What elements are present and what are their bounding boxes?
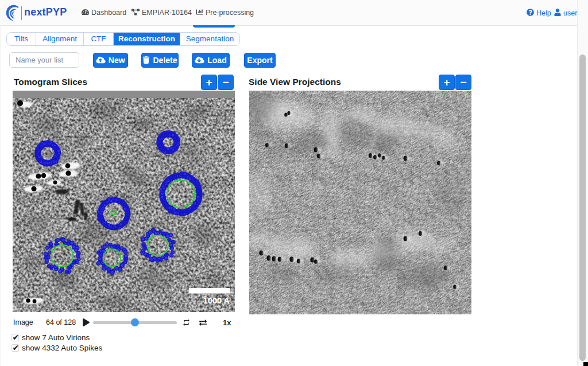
svg-text:1000 A: 1000 A <box>203 296 230 305</box>
